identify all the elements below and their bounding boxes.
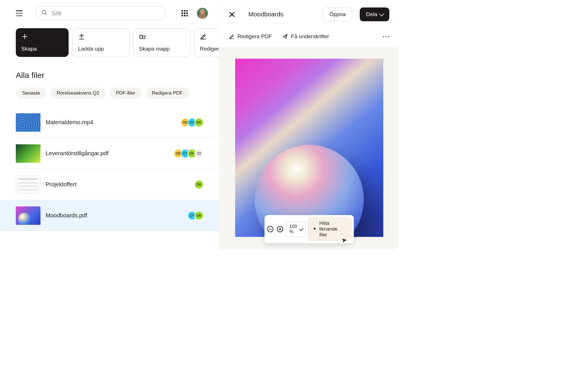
upload-button[interactable]: Ladda upp bbox=[73, 28, 129, 57]
share-button[interactable]: Dela bbox=[360, 7, 389, 21]
share-avatars[interactable]: CY DK bbox=[187, 211, 204, 220]
file-row[interactable]: Materialdemo.mp4 DB CY DK bbox=[16, 107, 219, 138]
menu-icon[interactable] bbox=[16, 10, 23, 16]
zoom-level-select[interactable]: 100 % bbox=[286, 221, 306, 237]
chevron-down-icon bbox=[379, 12, 384, 16]
minus-circle-icon bbox=[267, 226, 274, 232]
pencil-icon bbox=[200, 33, 207, 40]
create-button[interactable]: Skapa bbox=[16, 28, 69, 57]
file-thumbnail bbox=[16, 113, 40, 132]
preview-area: 100 % Hitta liknande filer ➤ bbox=[220, 47, 399, 250]
open-label: Öppna bbox=[329, 11, 346, 18]
edit-pdf-tool-label: Redigera PDF bbox=[237, 33, 272, 40]
file-thumbnail bbox=[16, 175, 40, 194]
share-avatars[interactable]: DK bbox=[194, 180, 204, 189]
sparkle-icon bbox=[313, 227, 316, 232]
preview-image bbox=[235, 59, 383, 237]
create-folder-label: Skapa mapp bbox=[139, 46, 185, 52]
edit-pdf-tool[interactable]: Redigera PDF bbox=[229, 33, 272, 40]
chip-pdf-files[interactable]: PDF-filer bbox=[110, 87, 142, 99]
share-label: Dela bbox=[366, 11, 377, 18]
avatar-badge: DK bbox=[194, 118, 204, 127]
account-avatar[interactable] bbox=[197, 8, 208, 19]
search-input[interactable] bbox=[52, 10, 159, 17]
svg-point-0 bbox=[42, 10, 46, 14]
get-signatures-tool[interactable]: Få underskrifter bbox=[282, 33, 329, 40]
chip-edit-pdf[interactable]: Redigera PDF bbox=[146, 87, 189, 99]
plus-icon bbox=[21, 33, 28, 40]
avatar-more-count: 23 bbox=[194, 149, 204, 158]
svg-line-1 bbox=[45, 14, 47, 15]
file-name: Materialdemo.mp4 bbox=[46, 119, 181, 126]
plus-circle-icon bbox=[277, 226, 283, 232]
folder-plus-icon bbox=[139, 33, 146, 40]
upload-icon bbox=[78, 33, 85, 40]
share-avatars[interactable]: DB CY DK bbox=[181, 118, 204, 127]
edit-pdf-button[interactable]: Redigera PDF bbox=[194, 28, 219, 57]
file-row[interactable]: Moodboards.pdf CY DK bbox=[0, 200, 219, 231]
zoom-in-button[interactable] bbox=[276, 224, 284, 234]
file-thumbnail bbox=[16, 206, 40, 225]
file-row[interactable]: Leverantörstillgångar.pdf DB CY DK 23 bbox=[16, 138, 219, 169]
chip-recent[interactable]: Senaste bbox=[16, 87, 46, 99]
section-title: Alla filer bbox=[0, 57, 219, 80]
search-field[interactable] bbox=[36, 6, 165, 20]
edit-pdf-label: Redigera PDF bbox=[200, 46, 219, 52]
paper-plane-icon bbox=[282, 34, 288, 39]
file-row[interactable]: Projektoffert DK bbox=[16, 169, 219, 200]
get-signatures-label: Få underskrifter bbox=[291, 33, 329, 40]
open-button[interactable]: Öppna bbox=[323, 7, 352, 21]
pencil-icon bbox=[229, 34, 235, 39]
file-name: Projektoffert bbox=[46, 181, 194, 188]
more-icon[interactable] bbox=[383, 36, 389, 37]
preview-title: Moodboards bbox=[248, 11, 315, 18]
avatar-badge: DK bbox=[194, 211, 204, 220]
zoom-value: 100 % bbox=[289, 224, 298, 234]
apps-grid-icon[interactable] bbox=[181, 10, 188, 16]
chip-motion-q2[interactable]: Rörelsesekvens Q2 bbox=[50, 87, 105, 99]
search-icon bbox=[41, 9, 48, 17]
create-label: Skapa bbox=[21, 46, 63, 52]
file-name: Moodboards.pdf bbox=[46, 212, 187, 219]
chevron-down-icon bbox=[299, 227, 304, 231]
upload-label: Ladda upp bbox=[78, 46, 124, 52]
find-similar-button[interactable]: Hitta liknande filer ➤ bbox=[308, 217, 351, 241]
find-similar-label: Hitta liknande filer bbox=[319, 221, 347, 238]
file-thumbnail bbox=[16, 144, 40, 163]
share-avatars[interactable]: DB CY DK 23 bbox=[174, 149, 204, 158]
create-folder-button[interactable]: Skapa mapp bbox=[134, 28, 190, 57]
file-name: Leverantörstillgångar.pdf bbox=[46, 150, 174, 157]
zoom-out-button[interactable] bbox=[267, 224, 274, 234]
avatar-badge: DK bbox=[194, 180, 204, 189]
zoom-toolbar: 100 % Hitta liknande filer ➤ bbox=[264, 215, 354, 243]
close-icon[interactable] bbox=[229, 11, 235, 18]
